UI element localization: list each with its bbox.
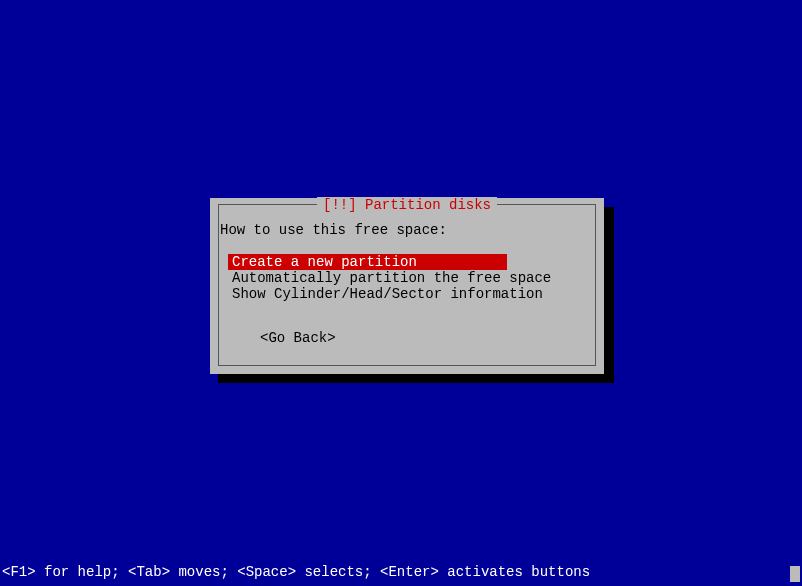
cursor: [790, 566, 800, 582]
status-bar: <F1> for help; <Tab> moves; <Space> sele…: [2, 564, 800, 580]
dialog-title: [!!] Partition disks: [317, 197, 497, 213]
partition-dialog: [!!] Partition disks How to use this fre…: [210, 198, 604, 374]
dialog-border: [!!] Partition disks: [218, 204, 596, 366]
